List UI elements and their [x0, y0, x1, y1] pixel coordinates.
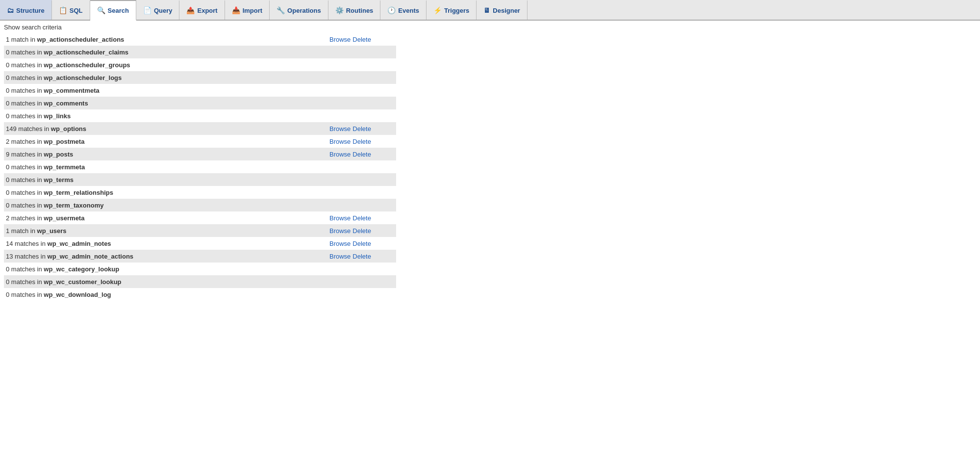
browse-link[interactable]: Browse — [329, 227, 351, 235]
tab-operations[interactable]: 🔧Operations — [270, 0, 328, 20]
result-count-cell: 1 match in wp_users — [4, 224, 327, 237]
events-icon: 🕐 — [387, 6, 396, 14]
result-count-cell: 0 matches in wp_comments — [4, 97, 327, 109]
result-actions-cell — [327, 58, 396, 71]
browse-link[interactable]: Browse — [329, 138, 351, 145]
result-actions-cell — [327, 288, 396, 301]
table-row: 0 matches in wp_term_taxonomy — [4, 199, 396, 211]
result-actions-cell — [327, 275, 396, 288]
browse-link[interactable]: Browse — [329, 125, 351, 132]
delete-link[interactable]: Delete — [352, 240, 371, 247]
result-actions-cell: BrowseDelete — [327, 135, 396, 148]
tab-search[interactable]: 🔍Search — [90, 0, 136, 21]
delete-link[interactable]: Delete — [352, 151, 371, 158]
result-actions-cell: BrowseDelete — [327, 224, 396, 237]
delete-link[interactable]: Delete — [352, 214, 371, 222]
routines-icon: ⚙️ — [335, 6, 344, 14]
browse-link[interactable]: Browse — [329, 36, 351, 43]
table-row: 2 matches in wp_usermetaBrowseDelete — [4, 211, 396, 224]
tab-export[interactable]: 📤Export — [179, 0, 225, 20]
table-row: 0 matches in wp_actionscheduler_logs — [4, 71, 396, 84]
delete-link[interactable]: Delete — [352, 253, 371, 260]
result-actions-cell — [327, 199, 396, 211]
result-count-cell: 0 matches in wp_actionscheduler_claims — [4, 46, 327, 58]
tab-label-query: Query — [154, 7, 173, 14]
delete-link[interactable]: Delete — [352, 227, 371, 235]
table-row: 14 matches in wp_wc_admin_notesBrowseDel… — [4, 237, 396, 250]
search-icon: 🔍 — [97, 6, 105, 14]
result-actions-cell: BrowseDelete — [327, 211, 396, 224]
sql-icon: 📋 — [59, 6, 67, 14]
table-row: 0 matches in wp_links — [4, 109, 396, 122]
tab-bar: 🗂Structure📋SQL🔍Search📄Query📤Export📥Impor… — [0, 0, 980, 21]
designer-icon: 🖥 — [483, 6, 490, 14]
tab-triggers[interactable]: ⚡Triggers — [427, 0, 477, 20]
tab-label-sql: SQL — [70, 7, 83, 14]
result-actions-cell — [327, 186, 396, 199]
triggers-icon: ⚡ — [433, 6, 442, 14]
show-search-criteria-link[interactable]: Show search criteria — [4, 24, 976, 31]
tab-label-import: Import — [243, 7, 262, 14]
table-row: 0 matches in wp_actionscheduler_groups — [4, 58, 396, 71]
result-count-cell: 0 matches in wp_wc_customer_lookup — [4, 275, 327, 288]
table-row: 2 matches in wp_postmetaBrowseDelete — [4, 135, 396, 148]
tab-label-designer: Designer — [493, 7, 520, 14]
query-icon: 📄 — [143, 6, 151, 14]
tab-query[interactable]: 📄Query — [136, 0, 180, 20]
result-actions-cell: BrowseDelete — [327, 122, 396, 135]
table-row: 0 matches in wp_wc_category_lookup — [4, 263, 396, 275]
result-actions-cell — [327, 97, 396, 109]
browse-link[interactable]: Browse — [329, 240, 351, 247]
tab-import[interactable]: 📥Import — [225, 0, 270, 20]
tab-label-search: Search — [108, 7, 129, 14]
result-count-cell: 0 matches in wp_links — [4, 109, 327, 122]
result-actions-cell: BrowseDelete — [327, 33, 396, 46]
table-row: 0 matches in wp_terms — [4, 173, 396, 186]
result-count-cell: 0 matches in wp_actionscheduler_logs — [4, 71, 327, 84]
tab-label-export: Export — [197, 7, 217, 14]
table-row: 0 matches in wp_term_relationships — [4, 186, 396, 199]
result-count-cell: 9 matches in wp_posts — [4, 148, 327, 160]
table-row: 0 matches in wp_commentmeta — [4, 84, 396, 97]
result-actions-cell — [327, 84, 396, 97]
result-count-cell: 0 matches in wp_termmeta — [4, 160, 327, 173]
table-row: 0 matches in wp_comments — [4, 97, 396, 109]
result-count-cell: 14 matches in wp_wc_admin_notes — [4, 237, 327, 250]
tab-sql[interactable]: 📋SQL — [52, 0, 90, 20]
tab-events[interactable]: 🕐Events — [380, 0, 427, 20]
result-actions-cell — [327, 173, 396, 186]
table-row: 0 matches in wp_wc_customer_lookup — [4, 275, 396, 288]
result-count-cell: 1 match in wp_actionscheduler_actions — [4, 33, 327, 46]
result-count-cell: 2 matches in wp_postmeta — [4, 135, 327, 148]
result-count-cell: 0 matches in wp_commentmeta — [4, 84, 327, 97]
delete-link[interactable]: Delete — [352, 125, 371, 132]
result-actions-cell: BrowseDelete — [327, 250, 396, 263]
table-row: 1 match in wp_actionscheduler_actionsBro… — [4, 33, 396, 46]
tab-structure[interactable]: 🗂Structure — [0, 0, 52, 20]
result-count-cell: 0 matches in wp_term_relationships — [4, 186, 327, 199]
import-icon: 📥 — [232, 6, 240, 14]
browse-link[interactable]: Browse — [329, 151, 351, 158]
result-count-cell: 0 matches in wp_term_taxonomy — [4, 199, 327, 211]
tab-label-structure: Structure — [16, 7, 45, 14]
delete-link[interactable]: Delete — [352, 138, 371, 145]
tab-label-triggers: Triggers — [444, 7, 469, 14]
results-table: 1 match in wp_actionscheduler_actionsBro… — [4, 33, 396, 301]
delete-link[interactable]: Delete — [352, 36, 371, 43]
result-count-cell: 2 matches in wp_usermeta — [4, 211, 327, 224]
browse-link[interactable]: Browse — [329, 253, 351, 260]
table-row: 0 matches in wp_termmeta — [4, 160, 396, 173]
structure-icon: 🗂 — [7, 6, 14, 14]
table-row: 9 matches in wp_postsBrowseDelete — [4, 148, 396, 160]
table-row: 149 matches in wp_optionsBrowseDelete — [4, 122, 396, 135]
table-row: 0 matches in wp_wc_download_log — [4, 288, 396, 301]
table-row: 0 matches in wp_actionscheduler_claims — [4, 46, 396, 58]
result-actions-cell: BrowseDelete — [327, 148, 396, 160]
result-actions-cell — [327, 263, 396, 275]
content-area: Show search criteria 1 match in wp_actio… — [0, 21, 980, 304]
result-count-cell: 149 matches in wp_options — [4, 122, 327, 135]
export-icon: 📤 — [186, 6, 195, 14]
tab-routines[interactable]: ⚙️Routines — [328, 0, 381, 20]
tab-designer[interactable]: 🖥Designer — [477, 0, 528, 20]
browse-link[interactable]: Browse — [329, 214, 351, 222]
